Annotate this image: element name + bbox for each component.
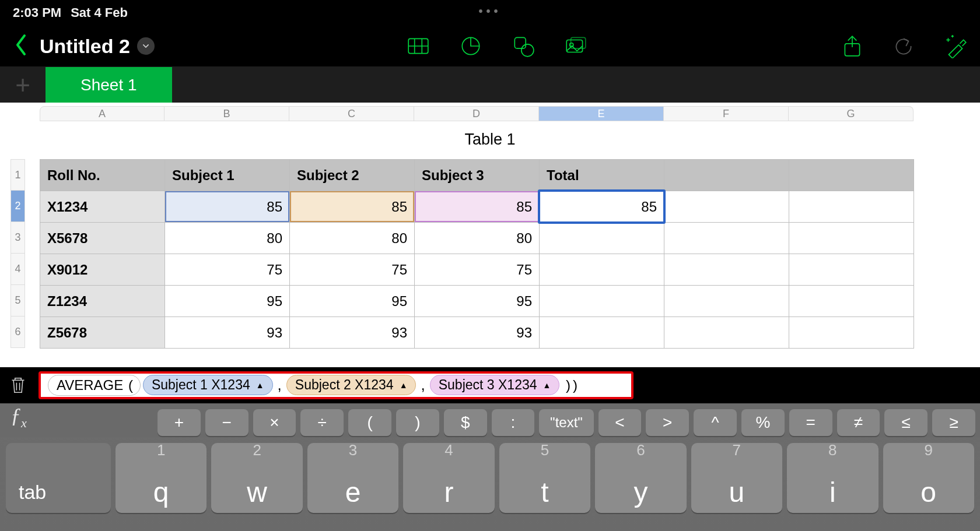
cell[interactable]: [540, 223, 664, 254]
key-y[interactable]: 6 y: [595, 443, 686, 513]
delete-formula-button[interactable]: [8, 376, 28, 395]
cell-e2-active[interactable]: 85: [540, 191, 664, 223]
key-i[interactable]: 8 i: [787, 443, 878, 513]
format-brush-icon[interactable]: [943, 34, 967, 58]
cell[interactable]: 80: [290, 223, 415, 254]
key-plus[interactable]: +: [158, 409, 201, 436]
key-pct[interactable]: %: [741, 409, 785, 436]
key-text[interactable]: "text": [539, 409, 593, 436]
hdr-empty-g[interactable]: [789, 160, 914, 191]
insert-media-icon[interactable]: [564, 34, 588, 58]
cell[interactable]: 75: [290, 254, 415, 286]
key-gt[interactable]: >: [646, 409, 689, 436]
cell[interactable]: 95: [290, 286, 415, 317]
cell[interactable]: 95: [415, 286, 540, 317]
table-title[interactable]: Table 1: [0, 131, 980, 149]
key-e[interactable]: 3 e: [307, 443, 398, 513]
cell-roll[interactable]: Z1234: [40, 286, 165, 317]
cell[interactable]: [789, 286, 914, 317]
row-hdr-1[interactable]: 1: [10, 159, 25, 191]
key-caret[interactable]: ^: [694, 409, 737, 436]
table-row[interactable]: Z1234 95 95 95: [40, 286, 914, 317]
cell-c2[interactable]: 85: [290, 191, 415, 223]
cell[interactable]: 80: [415, 223, 540, 254]
key-tab[interactable]: tab: [6, 443, 111, 513]
key-minus[interactable]: −: [205, 409, 249, 436]
table-row[interactable]: X1234 85 85 85 85: [40, 191, 914, 223]
key-ge[interactable]: ≥: [932, 409, 975, 436]
key-times[interactable]: ×: [253, 409, 296, 436]
col-hdr-a[interactable]: A: [40, 106, 164, 121]
fx-mode-icon[interactable]: ƒx: [10, 403, 27, 431]
cell-roll[interactable]: Z5678: [40, 317, 165, 349]
key-lparen[interactable]: (: [348, 409, 391, 436]
insert-shape-icon[interactable]: [511, 34, 536, 58]
col-hdr-f[interactable]: F: [664, 106, 789, 121]
key-lt[interactable]: <: [598, 409, 642, 436]
key-r[interactable]: 4 r: [403, 443, 494, 513]
key-dollar[interactable]: $: [444, 409, 487, 436]
row-hdr-5[interactable]: 5: [10, 285, 25, 317]
hdr-s3[interactable]: Subject 3: [415, 160, 540, 191]
cell[interactable]: [664, 254, 789, 286]
key-q[interactable]: 1 q: [116, 443, 206, 513]
cell-b2[interactable]: 85: [165, 191, 290, 223]
back-button[interactable]: [13, 33, 29, 59]
document-title[interactable]: Untitled 2: [40, 35, 155, 58]
table-row[interactable]: Z5678 93 93 93: [40, 317, 914, 349]
cell[interactable]: 93: [165, 317, 290, 349]
key-le[interactable]: ≤: [884, 409, 928, 436]
undo-icon[interactable]: [891, 34, 916, 58]
hdr-roll[interactable]: Roll No.: [40, 160, 165, 191]
col-hdr-d[interactable]: D: [414, 106, 539, 121]
cell[interactable]: 93: [290, 317, 415, 349]
hdr-empty-f[interactable]: [664, 160, 789, 191]
cell-roll[interactable]: X9012: [40, 254, 165, 286]
cell[interactable]: [664, 223, 789, 254]
insert-chart-icon[interactable]: [459, 34, 483, 58]
cell[interactable]: [540, 254, 664, 286]
col-hdr-g[interactable]: G: [789, 106, 914, 121]
hdr-s2[interactable]: Subject 2: [290, 160, 415, 191]
key-w[interactable]: 2 w: [211, 443, 302, 513]
col-hdr-c[interactable]: C: [289, 106, 414, 121]
spreadsheet-canvas[interactable]: A B C D E F G Table 1 1 2 3 4 5: [0, 103, 980, 367]
formula-bar[interactable]: AVERAGE ( Subject 1 X1234▲ , Subject 2 X…: [38, 371, 634, 399]
title-chevron-icon[interactable]: [137, 37, 155, 55]
formula-ref-1[interactable]: Subject 1 X1234▲: [143, 375, 273, 395]
cell-d2[interactable]: 85: [415, 191, 540, 223]
cell[interactable]: [664, 286, 789, 317]
cell[interactable]: 75: [165, 254, 290, 286]
key-divide[interactable]: ÷: [300, 409, 344, 436]
cell-roll[interactable]: X1234: [40, 191, 165, 223]
row-hdr-3[interactable]: 3: [10, 222, 25, 254]
table-row[interactable]: X9012 75 75 75: [40, 254, 914, 286]
multitask-ellipsis-icon[interactable]: •••: [478, 5, 501, 18]
cell[interactable]: [789, 223, 914, 254]
row-hdr-4[interactable]: 4: [10, 254, 25, 285]
key-eq[interactable]: =: [789, 409, 832, 436]
formula-ref-2[interactable]: Subject 2 X1234▲: [286, 375, 416, 395]
key-colon[interactable]: :: [492, 409, 535, 436]
key-u[interactable]: 7 u: [691, 443, 782, 513]
hdr-total[interactable]: Total: [540, 160, 664, 191]
data-table[interactable]: Roll No. Subject 1 Subject 2 Subject 3 T…: [40, 159, 914, 349]
key-rparen[interactable]: ): [396, 409, 439, 436]
sheet-tab-1[interactable]: Sheet 1: [46, 67, 172, 103]
key-t[interactable]: 5 t: [499, 443, 590, 513]
cell[interactable]: [540, 317, 664, 349]
cell-g2[interactable]: [789, 191, 914, 223]
key-neq[interactable]: ≠: [837, 409, 880, 436]
row-headers[interactable]: 1 2 3 4 5 6: [10, 159, 25, 349]
formula-ref-3[interactable]: Subject 3 X1234▲: [430, 375, 560, 395]
cell[interactable]: [789, 254, 914, 286]
key-o[interactable]: 9 o: [883, 443, 974, 513]
cell[interactable]: [540, 286, 664, 317]
cell-f2[interactable]: [664, 191, 789, 223]
cell[interactable]: 80: [165, 223, 290, 254]
table-row[interactable]: X5678 80 80 80: [40, 223, 914, 254]
cell[interactable]: [664, 317, 789, 349]
insert-table-icon[interactable]: [406, 34, 430, 58]
add-sheet-button[interactable]: +: [0, 67, 46, 103]
col-hdr-b[interactable]: B: [164, 106, 289, 121]
